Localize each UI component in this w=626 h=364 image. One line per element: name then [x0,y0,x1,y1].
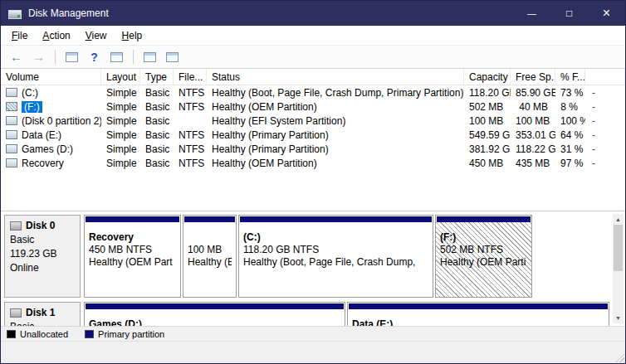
action-pane-icon [110,52,123,62]
partition-games-d[interactable]: Games (D:) [84,302,345,326]
type-cell: Basic [140,115,174,127]
forward-icon: → [32,51,45,63]
volume-row[interactable]: (Disk 0 partition 2) Simple Basic Health… [1,114,625,128]
capacity-cell: 450 MB [464,158,511,169]
scroll-down-icon[interactable]: ▼ [613,313,624,323]
disk-0-panel[interactable]: Disk 0 Basic 119.23 GB Online [4,215,81,298]
forward-button[interactable]: → [28,47,49,66]
views-icon [144,52,156,62]
volume-icon [6,144,17,153]
disk-status: Online [10,262,75,274]
volume-icon [6,88,17,97]
graphical-view: Disk 0 Basic 119.23 GB Online Recovery 4… [1,211,625,326]
capacity-cell: 549.59 GB [464,129,511,141]
toolbar: ← → ? [1,46,625,69]
menu-item-view[interactable]: View [78,27,115,44]
volume-cell: (Disk 0 partition 2) [1,115,101,127]
partition-c[interactable]: (C:) 118.20 GB NTFS Healthy (Boot, Page … [238,215,433,298]
disk-name: Disk 1 [26,307,55,318]
disk-1-row: Disk 1 Basic Games (D:) Data (E:) [4,302,610,326]
extra-cell: - [585,87,625,99]
disk-name: Disk 0 [26,220,55,231]
partition-title: Games (D:) [89,318,340,326]
extra-cell: - [585,115,625,127]
volume-cell: (C:) [1,87,101,99]
volume-row-selected[interactable]: (F:) Simple Basic NTFS Healthy (OEM Part… [1,99,625,114]
partition-title [188,231,232,244]
disk-0-partitions: Recovery 450 MB NTFS Healthy (OEM Part 1… [84,215,610,298]
volume-label: Games (D:) [22,143,73,155]
column-header-layout[interactable]: Layout [101,69,140,85]
primary-partition-strip [349,303,608,309]
layout-cell: Simple [101,143,140,155]
type-cell: Basic [140,101,174,113]
help-button[interactable]: ? [84,47,105,66]
column-header-percent-free[interactable]: % F... [555,69,585,85]
partition-f-selected[interactable]: (F:) 502 MB NTFS Healthy (OEM Parti [435,215,532,298]
scroll-thumb[interactable] [614,225,623,271]
percent-free-cell: 73 % [555,87,585,99]
scroll-up-icon[interactable]: ▲ [613,214,624,225]
column-header-status[interactable]: Status [207,69,464,85]
volume-row[interactable]: (C:) Simple Basic NTFS Healthy (Boot, Pa… [1,85,625,99]
legend-primary-partition: Primary partition [85,329,164,339]
menu-item-help[interactable]: Help [115,27,150,44]
vertical-scrollbar[interactable]: ▲ ▼ [613,214,624,323]
show-hide-console-tree-button[interactable] [61,47,82,66]
column-header-free-space[interactable]: Free Sp... [511,69,555,85]
resize-grip[interactable] [614,352,624,362]
help-icon: ? [90,51,98,63]
capacity-cell: 502 MB [464,101,511,113]
partition-status: Healthy (Boot, Page File, Crash Dump, [243,256,428,269]
legend-bar: Unallocated Primary partition [1,326,625,341]
maximize-button[interactable]: □ [550,1,588,26]
status-cell: Healthy (OEM Partition) [207,101,464,113]
partition-efi[interactable]: 100 MB Healthy (EFI S [183,215,237,298]
percent-free-cell: 31 % [555,143,585,155]
filesystem-cell: NTFS [174,143,207,155]
partition-size: 502 MB NTFS [440,244,527,256]
volume-list: Volume Layout Type File... Status Capaci… [1,69,625,211]
minimize-button[interactable]: — [513,1,550,26]
properties-button[interactable] [162,47,183,66]
volume-row[interactable]: Data (E:) Simple Basic NTFS Healthy (Pri… [1,128,625,142]
partition-title: Data (E:) [352,318,604,326]
volume-row[interactable]: Games (D:) Simple Basic NTFS Healthy (Pr… [1,142,625,156]
menu-item-action[interactable]: Action [35,27,77,44]
free-space-cell: 85.90 GB [511,87,555,99]
status-cell: Healthy (OEM Partition) [207,158,464,169]
column-header-capacity[interactable]: Capacity [464,69,511,85]
show-hide-action-pane-button[interactable] [106,47,127,66]
column-header-volume[interactable]: Volume [1,69,101,85]
legend-unallocated: Unallocated [7,329,68,339]
column-header-filesystem[interactable]: File... [174,69,207,85]
volume-icon [6,158,17,167]
volume-cell: (F:) [1,101,101,113]
partition-title: Recovery [89,231,176,244]
layout-cell: Simple [101,129,140,141]
titlebar[interactable]: Disk Management — □ × [1,1,625,26]
type-cell: Basic [140,87,174,99]
volume-row[interactable]: Recovery Simple Basic NTFS Healthy (OEM … [1,156,625,170]
partition-title: (F:) [440,231,527,244]
status-cell: Healthy (Boot, Page File, Crash Dump, Pr… [207,87,464,99]
window-title: Disk Management [28,7,109,19]
partition-recovery[interactable]: Recovery 450 MB NTFS Healthy (OEM Part [84,215,181,298]
partition-data-e[interactable]: Data (E:) [347,302,609,326]
percent-free-cell: 64 % [555,129,585,141]
legend-label: Primary partition [98,329,164,339]
column-header-extra[interactable] [585,69,625,85]
menubar: File Action View Help [1,26,625,46]
menu-item-file[interactable]: File [4,27,35,44]
views-button[interactable] [139,47,160,66]
disk-1-panel[interactable]: Disk 1 Basic [4,302,81,326]
primary-partition-strip [86,216,179,222]
app-icon [8,8,22,19]
volume-cell: Games (D:) [1,143,101,155]
filesystem-cell: NTFS [174,101,207,113]
close-button[interactable]: × [588,1,625,26]
back-button[interactable]: ← [6,47,27,66]
column-header-type[interactable]: Type [140,69,174,85]
partition-status: Healthy (OEM Parti [440,256,527,269]
free-space-cell: 100 MB [511,115,555,127]
